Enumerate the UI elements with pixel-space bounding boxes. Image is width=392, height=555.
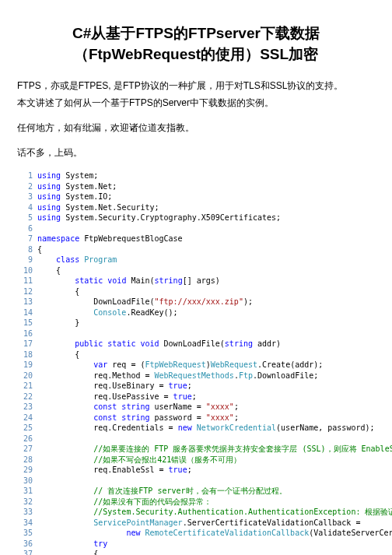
para-4: 话不多，上码。	[17, 146, 375, 160]
code-block: 1using System; 2using System.Net; 3using…	[17, 170, 375, 555]
para-3: 任何地方，如有纰漏，欢迎诸位道友指教。	[17, 121, 375, 135]
para-2: 本文讲述了如何从一个基于FTPS的Server中下载数据的实例。	[17, 96, 375, 110]
para-1: FTPS，亦或是FTPES, 是FTP协议的一种扩展，用于对TLS和SSL协议的…	[17, 79, 375, 93]
article-title: C#从基于FTPS的FTPserver下载数据（FtpWebRequest的使用…	[17, 23, 375, 65]
